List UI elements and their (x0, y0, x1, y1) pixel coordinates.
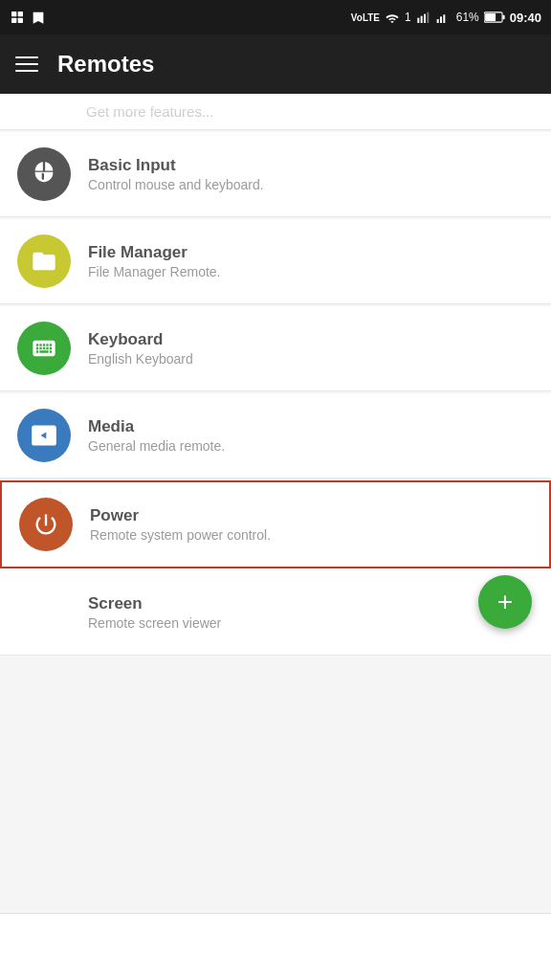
screen-text: Screen Remote screen viewer (88, 594, 534, 631)
signal-type: VoLTE (351, 12, 380, 23)
file-manager-text: File Manager File Manager Remote. (88, 243, 534, 279)
battery-percent: 61% (456, 11, 479, 24)
keyboard-icon (17, 322, 71, 375)
vibrate-icon (262, 934, 289, 961)
wifi-icon (385, 11, 400, 23)
basic-input-title: Basic Input (88, 156, 534, 175)
power-text: Power Remote system power control. (90, 506, 532, 543)
page-title: Remotes (57, 51, 154, 78)
list-item-power[interactable]: Power Remote system power control. (0, 480, 551, 568)
file-manager-icon (17, 234, 71, 288)
basic-input-subtitle: Control mouse and keyboard. (88, 177, 534, 192)
bookmark-icon (31, 10, 46, 25)
svg-rect-4 (417, 18, 419, 23)
play-circle-icon (31, 422, 57, 449)
keyboard-text: Keyboard English Keyboard (88, 330, 534, 367)
power-svg-icon (33, 511, 59, 538)
svg-rect-5 (420, 16, 422, 23)
list-item-screen[interactable]: Screen Remote screen viewer (0, 570, 551, 656)
refresh-button[interactable] (76, 919, 133, 976)
signal-bars-icon (416, 11, 431, 23)
svg-rect-0 (11, 11, 16, 16)
lock-svg-icon (23, 591, 65, 634)
list-item-file-manager[interactable]: File Manager File Manager Remote. (0, 219, 551, 304)
media-title: Media (88, 417, 534, 436)
partial-list-item[interactable]: Get more features... (0, 94, 551, 130)
fab-add-button[interactable]: + (478, 575, 532, 629)
file-manager-title: File Manager (88, 243, 534, 262)
keyboard-subtitle: English Keyboard (88, 351, 534, 367)
media-text: Media General media remote. (88, 417, 534, 454)
basic-input-icon (17, 147, 71, 201)
time: 09:40 (510, 11, 541, 25)
svg-rect-7 (427, 12, 429, 23)
svg-rect-9 (440, 16, 442, 23)
power-title: Power (90, 506, 532, 525)
screen-title: Screen (88, 594, 534, 613)
keyboard-title: Keyboard (88, 330, 534, 349)
list-item-basic-input[interactable]: Basic Input Control mouse and keyboard. (0, 132, 551, 217)
screen-icon (17, 586, 71, 639)
file-manager-subtitle: File Manager Remote. (88, 264, 534, 279)
power-subtitle: Remote system power control. (90, 527, 532, 543)
basic-input-text: Basic Input Control mouse and keyboard. (88, 156, 534, 192)
svg-rect-13 (485, 13, 496, 21)
partial-item-text: Get more features... (86, 103, 213, 120)
remotes-list: Get more features... Basic Input Control… (0, 94, 551, 913)
vibrate-button[interactable] (247, 919, 304, 976)
refresh-icon (91, 934, 118, 961)
battery-icon (484, 11, 505, 23)
hamburger-menu[interactable] (15, 56, 38, 72)
status-right-info: VoLTE 1 61% 09:40 (351, 11, 541, 25)
signal-bars2-icon (436, 11, 452, 23)
screen-subtitle: Remote screen viewer (88, 615, 534, 631)
svg-rect-6 (424, 14, 426, 23)
notification-icon (10, 10, 25, 25)
svg-rect-2 (11, 18, 16, 23)
list-item-media[interactable]: Media General media remote. (0, 393, 551, 479)
sim-number: 1 (405, 11, 411, 24)
svg-rect-8 (436, 19, 438, 23)
folder-icon (31, 248, 57, 275)
mouse-icon (31, 161, 57, 188)
status-bar: VoLTE 1 61% 09:40 (0, 0, 551, 34)
list-item-keyboard[interactable]: Keyboard English Keyboard (0, 306, 551, 391)
microphone-icon (433, 934, 460, 961)
svg-rect-3 (18, 18, 23, 23)
bottom-navigation (0, 913, 551, 980)
power-icon (19, 498, 73, 551)
svg-rect-12 (502, 15, 504, 19)
fab-plus-icon: + (497, 589, 513, 615)
media-icon (17, 409, 71, 462)
svg-rect-1 (18, 11, 23, 16)
top-bar: Remotes (0, 34, 551, 94)
keyboard-svg-icon (31, 335, 57, 362)
microphone-button[interactable] (418, 919, 475, 976)
status-left-icons (10, 10, 46, 25)
screen-item-wrapper: Screen Remote screen viewer + (0, 570, 551, 656)
svg-rect-10 (443, 14, 445, 23)
media-subtitle: General media remote. (88, 438, 534, 454)
